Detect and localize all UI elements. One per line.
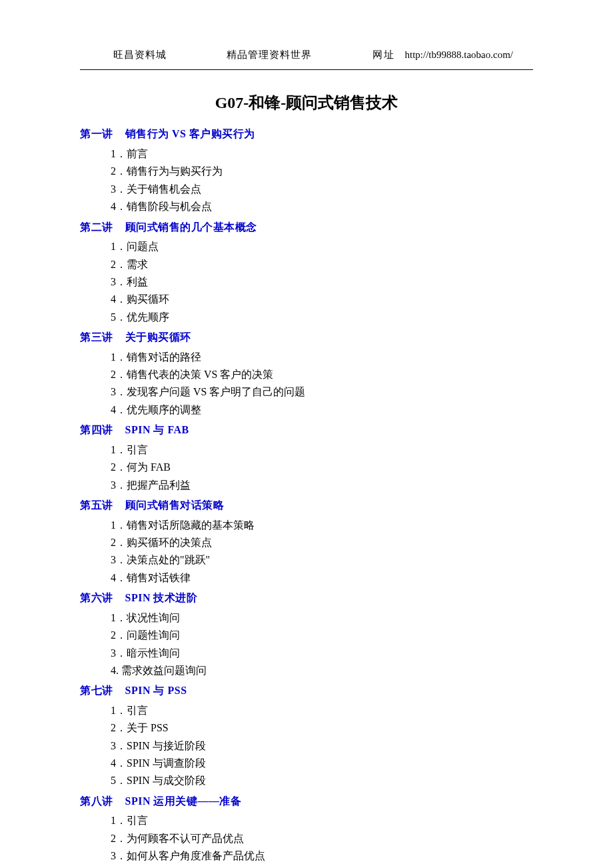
toc-item: 1．前言 [111, 145, 533, 163]
section-heading[interactable]: 第八讲SPIN 运用关键――准备 [80, 793, 533, 810]
toc-section: 第七讲SPIN 与 PSS1．引言2．关于 PSS3．SPIN 与接近阶段4．S… [80, 682, 533, 790]
toc-item: 2．购买循环的决策点 [111, 534, 533, 551]
toc-item: 5．SPIN 与成交阶段 [111, 772, 533, 789]
toc-item: 4．SPIN 与调查阶段 [111, 755, 533, 772]
toc-item: 4．购买循环 [111, 291, 533, 308]
document-title: G07-和锋-顾问式销售技术 [80, 90, 533, 115]
section-heading-text: 顾问式销售的几个基本概念 [125, 221, 257, 233]
toc-item: 2．销售代表的决策 VS 客户的决策 [111, 366, 533, 383]
toc-item: 1．引言 [111, 812, 533, 829]
toc-item: 1．引言 [111, 702, 533, 719]
toc-section: 第二讲顾问式销售的几个基本概念1．问题点2．需求3．利益4．购买循环5．优先顺序 [80, 219, 533, 327]
toc-item: 4．优先顺序的调整 [111, 401, 533, 419]
toc-item: 3．暗示性询问 [111, 645, 533, 662]
toc-section: 第六讲SPIN 技术进阶1．状况性询问2．问题性询问3．暗示性询问4. 需求效益… [80, 589, 533, 679]
section-heading-text: SPIN 与 PSS [125, 685, 187, 696]
section-heading-prefix: 第七讲 [80, 685, 113, 696]
section-heading[interactable]: 第三讲关于购买循环 [80, 329, 533, 346]
header-url: http://tb99888.taobao.com/ [405, 49, 513, 60]
section-heading-text: SPIN 技术进阶 [125, 592, 198, 603]
section-heading-prefix: 第一讲 [80, 128, 113, 139]
toc-section: 第八讲SPIN 运用关键――准备1．引言2．为何顾客不认可产品优点3．如何从客户… [80, 793, 533, 868]
header-right: 网址 http://tb99888.taobao.com/ [372, 47, 513, 63]
toc-item: 2．问题性询问 [111, 627, 533, 644]
toc-item: 4．如何从新角度认识客户反论 [111, 865, 533, 868]
toc-item: 1．引言 [111, 441, 533, 459]
toc-section: 第五讲顾问式销售对话策略1．销售对话所隐藏的基本策略2．购买循环的决策点3．决策… [80, 497, 533, 587]
section-heading-prefix: 第五讲 [80, 499, 113, 511]
toc-item: 3．决策点处的"跳跃" [111, 551, 533, 569]
header-divider [80, 69, 533, 70]
header-left: 旺昌资料城 [113, 47, 167, 63]
toc-item: 4．销售阶段与机会点 [111, 198, 533, 215]
section-heading-prefix: 第四讲 [80, 424, 113, 435]
table-of-contents: 第一讲销售行为 VS 客户购买行为1．前言2．销售行为与购买行为3．关于销售机会… [80, 125, 533, 868]
toc-item: 2．关于 PSS [111, 719, 533, 737]
toc-item: 4. 需求效益问题询问 [111, 662, 533, 679]
toc-item: 1．销售对话的路径 [111, 349, 533, 366]
section-heading-text: SPIN 与 FAB [125, 424, 189, 435]
toc-section: 第一讲销售行为 VS 客户购买行为1．前言2．销售行为与购买行为3．关于销售机会… [80, 125, 533, 215]
section-heading-prefix: 第三讲 [80, 331, 113, 343]
toc-item: 3．利益 [111, 273, 533, 291]
section-heading[interactable]: 第七讲SPIN 与 PSS [80, 682, 533, 699]
section-heading-text: 顾问式销售对话策略 [125, 499, 225, 511]
toc-item: 3．SPIN 与接近阶段 [111, 737, 533, 755]
section-heading-text: 关于购买循环 [125, 331, 191, 343]
section-heading-prefix: 第六讲 [80, 592, 113, 603]
toc-item: 3．如何从客户角度准备产品优点 [111, 847, 533, 865]
toc-item: 1．销售对话所隐藏的基本策略 [111, 517, 533, 534]
toc-item: 5．优先顺序 [111, 309, 533, 326]
section-heading[interactable]: 第四讲SPIN 与 FAB [80, 421, 533, 439]
toc-item: 3．关于销售机会点 [111, 181, 533, 198]
section-heading[interactable]: 第五讲顾问式销售对话策略 [80, 497, 533, 514]
toc-item: 2．需求 [111, 256, 533, 273]
section-heading-text: SPIN 运用关键――准备 [125, 795, 242, 807]
toc-item: 1．状况性询问 [111, 609, 533, 627]
header-center: 精品管理资料世界 [227, 47, 312, 63]
toc-section: 第四讲SPIN 与 FAB1．引言2．何为 FAB3．把握产品利益 [80, 421, 533, 494]
toc-item: 2．何为 FAB [111, 459, 533, 476]
header-right-label: 网址 [372, 49, 395, 60]
section-heading-prefix: 第二讲 [80, 221, 113, 233]
toc-item: 1．问题点 [111, 238, 533, 255]
section-heading[interactable]: 第一讲销售行为 VS 客户购买行为 [80, 125, 533, 143]
toc-item: 3．把握产品利益 [111, 477, 533, 494]
toc-section: 第三讲关于购买循环1．销售对话的路径2．销售代表的决策 VS 客户的决策3．发现… [80, 329, 533, 419]
section-heading-prefix: 第八讲 [80, 795, 113, 807]
page-header: 旺昌资料城 精品管理资料世界 网址 http://tb99888.taobao.… [80, 47, 533, 63]
section-heading[interactable]: 第二讲顾问式销售的几个基本概念 [80, 219, 533, 236]
toc-item: 2．销售行为与购买行为 [111, 163, 533, 180]
toc-item: 2．为何顾客不认可产品优点 [111, 830, 533, 847]
toc-item: 3．发现客户问题 VS 客户明了自己的问题 [111, 383, 533, 401]
toc-item: 4．销售对话铁律 [111, 569, 533, 587]
section-heading[interactable]: 第六讲SPIN 技术进阶 [80, 589, 533, 607]
section-heading-text: 销售行为 VS 客户购买行为 [125, 128, 255, 139]
